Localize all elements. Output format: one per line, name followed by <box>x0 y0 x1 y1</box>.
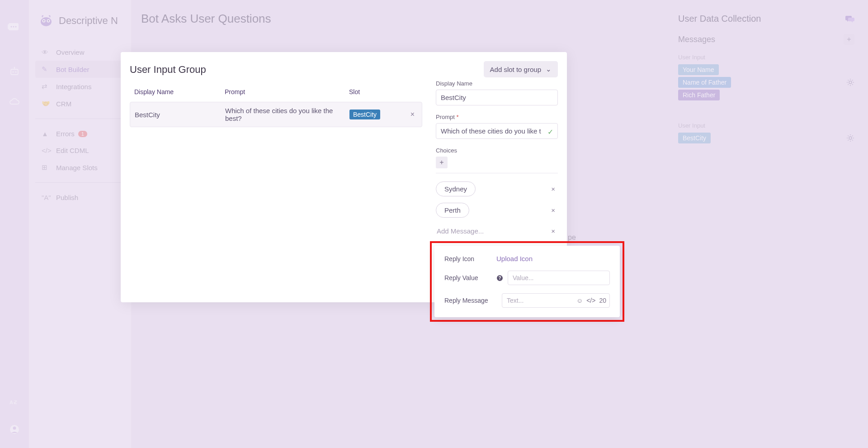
brand-logo-icon <box>39 14 53 28</box>
svg-point-13 <box>41 17 52 26</box>
nav-divider <box>35 182 125 183</box>
chat-bubble-icon[interactable] <box>7 20 22 35</box>
svg-point-18 <box>849 81 852 84</box>
help-icon[interactable]: ? <box>496 275 503 281</box>
char-count: 20 <box>599 297 606 304</box>
highlighted-region: Reply Icon Upload Icon Reply Value ? Rep… <box>430 241 624 322</box>
reply-popover: Reply Icon Upload Icon Reply Value ? Rep… <box>434 246 620 317</box>
svg-point-17 <box>48 20 49 22</box>
col-prompt: Prompt <box>225 88 349 95</box>
error-count-badge: 1 <box>78 131 87 137</box>
table-row[interactable]: BestCity Which of these cities do you li… <box>130 102 422 127</box>
tag-rich-father[interactable]: Rich Father <box>678 90 720 100</box>
add-message-placeholder[interactable]: Add Message... <box>436 224 485 238</box>
code-icon[interactable]: </> <box>586 297 595 304</box>
reply-icon-label: Reply Icon <box>444 255 496 262</box>
emoji-icon[interactable]: ☺ <box>576 297 583 304</box>
svg-point-5 <box>13 71 14 73</box>
code-icon: </> <box>42 147 50 154</box>
choice-sydney[interactable]: Sydney <box>436 181 476 196</box>
choice-row: Sydney × <box>436 181 558 196</box>
icon-rail: AZ <box>0 0 29 448</box>
bot-icon[interactable] <box>7 64 22 79</box>
nav-bot-builder[interactable]: ✎Bot Builder <box>35 61 125 78</box>
nav-label: CRM <box>56 100 71 108</box>
row-display-name: BestCity <box>135 111 225 119</box>
nav-errors[interactable]: ▲Errors1 <box>35 125 125 142</box>
nav-integrations[interactable]: ⇄Integrations <box>35 78 125 95</box>
nav-overview[interactable]: 👁Overview <box>35 44 125 61</box>
svg-point-1 <box>11 26 12 28</box>
user-input-label: User Input <box>678 54 854 61</box>
gear-icon[interactable] <box>846 78 854 86</box>
svg-point-19 <box>849 137 852 139</box>
svg-text:?: ? <box>498 276 501 281</box>
tag-group-2: BestCity <box>678 133 854 143</box>
slot-badge: BestCity <box>349 110 380 119</box>
nav-crm[interactable]: 🤝CRM <box>35 95 125 112</box>
reply-value-input[interactable] <box>508 271 610 285</box>
chat-icon[interactable] <box>845 15 854 23</box>
check-icon: ✓ <box>547 128 553 136</box>
tag-name-of-father[interactable]: Name of Father <box>678 77 731 88</box>
eye-icon: 👁 <box>42 48 50 56</box>
tag-your-name[interactable]: Your Name <box>678 64 719 75</box>
reply-value-label: Reply Value <box>444 274 496 281</box>
col-display-name: Display Name <box>134 88 225 95</box>
svg-point-12 <box>13 427 16 430</box>
add-slot-label: Add slot to group <box>490 66 541 73</box>
messages-label: Messages <box>678 35 715 44</box>
puzzle-icon: ⊞ <box>42 163 50 172</box>
cloud-icon[interactable] <box>7 95 22 109</box>
add-choice-button[interactable]: + <box>436 157 448 168</box>
nav-label: Bot Builder <box>56 66 89 73</box>
warning-icon: ▲ <box>42 130 50 138</box>
svg-text:A: A <box>9 400 13 405</box>
nav-manage-slots[interactable]: ⊞Manage Slots <box>35 159 125 176</box>
integrations-icon: ⇄ <box>42 82 50 91</box>
table-header: Display Name Prompt Slot <box>130 85 422 99</box>
choice-perth[interactable]: Perth <box>436 203 469 218</box>
modal-title: User Input Group <box>130 64 422 76</box>
tag-bestcity[interactable]: BestCity <box>678 133 711 143</box>
nav-divider <box>35 119 125 119</box>
nav-label: Errors <box>56 130 75 138</box>
right-panel: User Data Collection Messages + User Inp… <box>669 0 863 448</box>
display-name-input[interactable] <box>436 90 558 105</box>
add-message-row: Add Message... × <box>436 224 558 238</box>
svg-point-16 <box>43 20 45 22</box>
az-icon[interactable]: AZ <box>7 395 22 410</box>
nav-edit-cdml[interactable]: </>Edit CDML <box>35 142 125 159</box>
remove-choice-button[interactable]: × <box>548 206 558 214</box>
partial-text: pe <box>568 234 576 242</box>
remove-choice-button[interactable]: × <box>548 185 558 193</box>
col-slot: Slot <box>349 88 418 95</box>
nav-label: Integrations <box>56 83 91 91</box>
sidebar: Descriptive N 👁Overview ✎Bot Builder ⇄In… <box>29 0 131 448</box>
prompt-input[interactable] <box>436 123 558 139</box>
svg-point-8 <box>14 67 15 68</box>
display-name-label: Display Name <box>436 80 558 87</box>
pencil-icon: ✎ <box>42 65 50 73</box>
gear-icon[interactable] <box>846 134 854 142</box>
tag-group-1: Your Name Name of Father Rich Father <box>678 64 854 100</box>
add-message-button[interactable]: + <box>844 34 854 45</box>
publish-icon: "A" <box>42 194 50 201</box>
upload-icon-button[interactable]: Upload Icon <box>496 255 533 262</box>
add-slot-button[interactable]: Add slot to group ⌄ <box>484 61 558 77</box>
svg-point-2 <box>13 26 14 28</box>
user-icon[interactable] <box>7 422 22 437</box>
chevron-down-icon: ⌄ <box>546 65 552 73</box>
nav-label: Overview <box>56 48 85 56</box>
crm-icon: 🤝 <box>42 100 50 108</box>
sidebar-header: Descriptive N <box>35 14 125 28</box>
remove-row-button[interactable]: × <box>408 110 417 119</box>
nav-label: Edit CDML <box>56 147 89 154</box>
divider <box>436 173 558 173</box>
reply-message-label: Reply Message <box>444 297 502 304</box>
right-panel-title: User Data Collection <box>678 14 761 24</box>
nav-publish[interactable]: "A"Publish <box>35 189 125 206</box>
remove-button[interactable]: × <box>548 227 558 235</box>
user-input-label: User Input <box>678 122 854 129</box>
sidebar-title: Descriptive N <box>59 15 118 27</box>
